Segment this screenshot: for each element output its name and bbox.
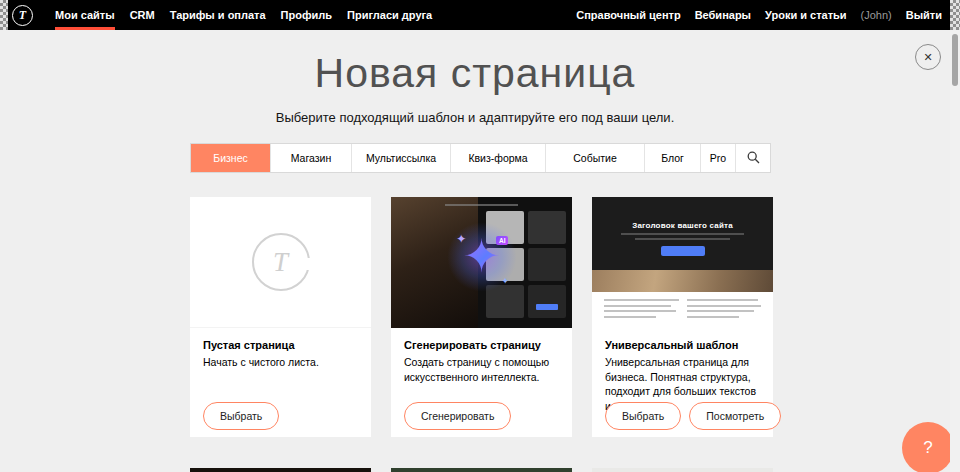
ai-sparkle-icon: ✦ <box>501 276 509 286</box>
universal-template-thumbnail: Заголовок вашего сайта <box>592 197 773 328</box>
question-icon: ? <box>923 438 932 458</box>
scrollbar-thumb[interactable] <box>952 34 958 86</box>
tilda-logo-letter: T <box>19 8 26 23</box>
nav-crm[interactable]: CRM <box>130 0 155 30</box>
help-button[interactable]: ? <box>902 422 954 472</box>
template-cards: T Пустая страница Начать с чистого листа… <box>190 197 773 437</box>
next-template-row <box>190 468 773 472</box>
tab-business[interactable]: Бизнес <box>191 144 270 172</box>
tab-shop[interactable]: Магазин <box>270 144 351 172</box>
template-thumbnail-partial <box>592 468 773 472</box>
card-generate-ai: ✦ ✦ ✦ AI Сгенерировать страницу Создать … <box>391 197 572 437</box>
search-icon <box>747 151 760 166</box>
nav-profile[interactable]: Профиль <box>281 0 332 30</box>
user-name: (John) <box>861 9 892 21</box>
card-title: Универсальный шаблон <box>605 339 760 351</box>
template-category-tabs: Бизнес Магазин Мультиссылка Квиз-форма С… <box>190 143 771 173</box>
preview-template-button[interactable]: Посмотреть <box>689 402 781 430</box>
preview-cover: Заголовок вашего сайта <box>592 197 773 270</box>
tilda-logo-watermark: T <box>252 233 310 291</box>
logo-ring-gap <box>304 258 311 270</box>
choose-blank-button[interactable]: Выбрать <box>203 402 279 430</box>
card-actions: Сгенерировать <box>404 402 511 430</box>
card-title: Сгенерировать страницу <box>404 339 559 351</box>
page-subtitle: Выберите подходящий шаблон и адаптируйте… <box>0 110 950 125</box>
card-description: Начать с чистого листа. <box>203 355 359 370</box>
ai-badge: AI <box>496 236 509 245</box>
tab-search[interactable] <box>735 144 770 172</box>
nav-invite-friend[interactable]: Пригласи друга <box>347 0 432 30</box>
preview-cta-button <box>661 246 705 256</box>
card-description: Создать страницу с помощью искусственног… <box>404 355 560 384</box>
nav-my-sites[interactable]: Мои сайты <box>55 0 115 30</box>
scrollbar <box>950 0 960 472</box>
template-thumbnail-partial <box>190 468 371 472</box>
page-edge-pattern <box>0 0 8 30</box>
topbar-right-nav: Справочный центр Вебинары Уроки и статьи… <box>576 0 942 30</box>
tab-blog[interactable]: Блог <box>644 144 700 172</box>
page-edge-pattern <box>950 0 960 30</box>
ai-sparkle-icon: ✦ <box>462 233 501 279</box>
preview-text-line <box>635 238 729 240</box>
thumbnail-caption-line <box>445 204 517 206</box>
page-title: Новая страница <box>0 50 950 97</box>
tab-quiz-form[interactable]: Квиз-форма <box>450 144 545 172</box>
template-thumbnail-partial <box>391 468 572 472</box>
generate-button[interactable]: Сгенерировать <box>404 402 511 430</box>
card-universal-template: Заголовок вашего сайта Универсальный шаб… <box>592 197 773 437</box>
choose-template-button[interactable]: Выбрать <box>605 402 681 430</box>
tab-multilink[interactable]: Мультиссылка <box>351 144 450 172</box>
tilda-logo-letter: T <box>273 247 288 278</box>
card-title: Пустая страница <box>203 339 358 351</box>
topbar-left-nav: Мои сайты CRM Тарифы и оплата Профиль Пр… <box>55 0 432 30</box>
preview-body-text <box>592 292 773 328</box>
nav-tariffs[interactable]: Тарифы и оплата <box>170 0 266 30</box>
preview-photo <box>592 270 773 292</box>
topbar: T Мои сайты CRM Тарифы и оплата Профиль … <box>0 0 950 30</box>
ai-sparkle-icon: ✦ <box>456 232 466 246</box>
nav-webinars[interactable]: Вебинары <box>695 0 751 30</box>
card-actions: Выбрать Посмотреть <box>605 402 781 430</box>
tilda-logo[interactable]: T <box>12 5 33 26</box>
nav-lessons[interactable]: Уроки и статьи <box>765 0 847 30</box>
ai-generate-thumbnail: ✦ ✦ ✦ AI <box>391 197 572 328</box>
tab-pro[interactable]: Pro <box>700 144 735 172</box>
blank-page-thumbnail: T <box>190 197 371 328</box>
nav-help-center[interactable]: Справочный центр <box>576 0 680 30</box>
card-blank-page: T Пустая страница Начать с чистого листа… <box>190 197 371 437</box>
preview-text-line <box>621 233 744 235</box>
logout-link[interactable]: Выйти <box>906 0 942 30</box>
mini-button-shape <box>536 304 558 310</box>
tab-event[interactable]: Событие <box>545 144 644 172</box>
screen: T Мои сайты CRM Тарифы и оплата Профиль … <box>0 0 960 472</box>
preview-heading: Заголовок вашего сайта <box>592 221 773 230</box>
card-actions: Выбрать <box>203 402 279 430</box>
